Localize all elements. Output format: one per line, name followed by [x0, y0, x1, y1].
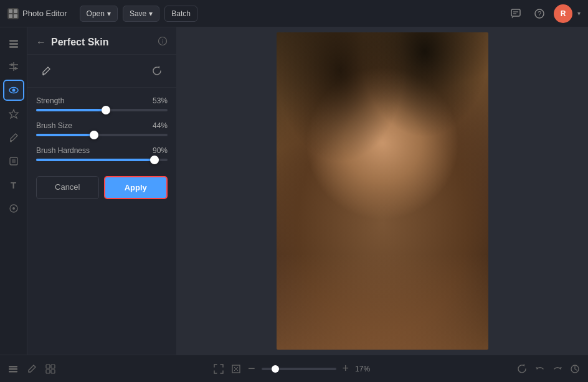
svg-rect-32 — [51, 365, 55, 368]
svg-point-20 — [10, 141, 12, 142]
main-area: T ← Perfect Skin i — [0, 27, 588, 355]
save-label: Save — [130, 9, 146, 18]
sidebar-item-stamp[interactable] — [3, 151, 24, 172]
svg-rect-1 — [9, 9, 12, 13]
cancel-button[interactable]: Cancel — [36, 176, 99, 199]
brush-size-value: 44% — [153, 121, 168, 130]
svg-rect-5 — [511, 9, 520, 16]
strength-value: 53% — [153, 96, 168, 105]
save-chevron-icon: ▾ — [149, 9, 153, 18]
help-icon-button[interactable]: ? — [530, 4, 549, 23]
svg-point-16 — [11, 63, 13, 66]
panel-header: ← Perfect Skin i — [27, 27, 176, 55]
svg-rect-2 — [14, 9, 17, 13]
sidebar-item-plugin[interactable] — [3, 198, 24, 219]
svg-rect-12 — [9, 46, 18, 48]
fit-view-button[interactable] — [213, 363, 224, 375]
bottombar-left-icons — [7, 363, 56, 375]
strength-slider[interactable] — [36, 109, 168, 111]
strength-label: Strength — [36, 96, 64, 105]
zoom-slider[interactable] — [262, 368, 336, 370]
brush-hardness-value: 90% — [153, 146, 168, 155]
sidebar-item-layers[interactable] — [3, 32, 24, 54]
apply-button[interactable]: Apply — [104, 176, 168, 199]
layer-panel-icon-button[interactable] — [7, 363, 19, 375]
brush-hardness-slider[interactable] — [36, 159, 168, 161]
comment-icon-button[interactable] — [506, 4, 525, 23]
grid-bottom-icon-button[interactable] — [45, 363, 56, 375]
strength-slider-row: Strength 53% — [36, 96, 168, 111]
sidebar-item-view[interactable] — [3, 80, 24, 101]
topbar-icons: ? R ▾ — [506, 4, 581, 23]
brush-hardness-label: Brush Hardness — [36, 146, 90, 155]
sidebar-item-text[interactable]: T — [3, 174, 24, 195]
topbar-chevron-icon[interactable]: ▾ — [577, 10, 581, 17]
logo-icon — [7, 8, 19, 19]
brush-bottom-icon-button[interactable] — [26, 363, 37, 375]
svg-rect-29 — [9, 368, 17, 370]
svg-point-27 — [42, 74, 44, 75]
svg-rect-30 — [9, 371, 17, 373]
bottombar: − + 17% — [0, 355, 588, 382]
canvas-image-inner — [277, 32, 488, 350]
brush-size-slider[interactable] — [36, 134, 168, 136]
svg-rect-10 — [9, 40, 18, 42]
brush-tool-button[interactable] — [36, 61, 56, 81]
sliders-section: Strength 53% Brush Size 44% — [27, 88, 176, 170]
canvas-area[interactable] — [177, 27, 588, 355]
avatar-initial: R — [561, 9, 566, 18]
svg-rect-34 — [51, 370, 55, 373]
panel: ← Perfect Skin i — [27, 27, 177, 355]
zoom-in-button[interactable]: + — [343, 362, 349, 375]
panel-buttons: Cancel Apply — [27, 170, 176, 208]
zoom-out-button[interactable]: − — [248, 361, 255, 376]
svg-point-19 — [12, 89, 15, 92]
reset-tool-button[interactable] — [148, 61, 168, 81]
app-logo: Photo Editor — [7, 8, 67, 19]
zoom-value: 17% — [355, 365, 375, 373]
undo-icon-button[interactable] — [534, 363, 546, 375]
open-button[interactable]: Open ▾ — [80, 6, 118, 22]
brush-size-label: Brush Size — [36, 121, 72, 130]
sidebar-item-paint[interactable] — [3, 127, 24, 148]
text-icon: T — [11, 180, 16, 190]
zoom-controls: − + 17% — [213, 361, 375, 376]
sidebar-item-effects[interactable] — [3, 103, 24, 124]
open-chevron-icon: ▾ — [107, 9, 111, 18]
redo-icon-button[interactable] — [552, 363, 563, 375]
svg-rect-4 — [14, 14, 17, 18]
svg-rect-11 — [9, 43, 18, 45]
open-label: Open — [87, 9, 105, 18]
user-avatar[interactable]: R — [554, 4, 572, 23]
svg-text:?: ? — [538, 10, 541, 17]
batch-button[interactable]: Batch — [164, 6, 197, 22]
crop-view-button[interactable] — [230, 363, 242, 375]
sidebar-icons: T — [0, 27, 27, 355]
batch-label: Batch — [171, 9, 191, 18]
svg-rect-28 — [9, 366, 17, 368]
brush-hardness-slider-row: Brush Hardness 90% — [36, 146, 168, 161]
topbar: Photo Editor Open ▾ Save ▾ Batch ? R — [0, 0, 588, 27]
svg-rect-22 — [12, 159, 16, 163]
panel-title: Perfect Skin — [51, 37, 153, 48]
svg-point-17 — [14, 67, 17, 70]
brush-size-slider-row: Brush Size 44% — [36, 121, 168, 136]
svg-rect-33 — [46, 370, 50, 373]
bottombar-right-icons — [517, 363, 581, 375]
svg-rect-31 — [46, 365, 50, 368]
refresh-icon-button[interactable] — [517, 363, 528, 375]
history-icon-button[interactable] — [569, 363, 581, 375]
panel-back-button[interactable]: ← — [36, 37, 46, 48]
canvas-image — [277, 32, 488, 350]
svg-rect-3 — [9, 14, 12, 18]
sidebar-item-adjust[interactable] — [3, 56, 24, 77]
app-title: Photo Editor — [22, 9, 67, 18]
tool-icons-row — [27, 55, 176, 88]
save-button[interactable]: Save ▾ — [123, 6, 159, 22]
panel-info-button[interactable]: i — [158, 36, 168, 48]
svg-text:i: i — [162, 39, 163, 45]
svg-point-24 — [12, 207, 15, 210]
